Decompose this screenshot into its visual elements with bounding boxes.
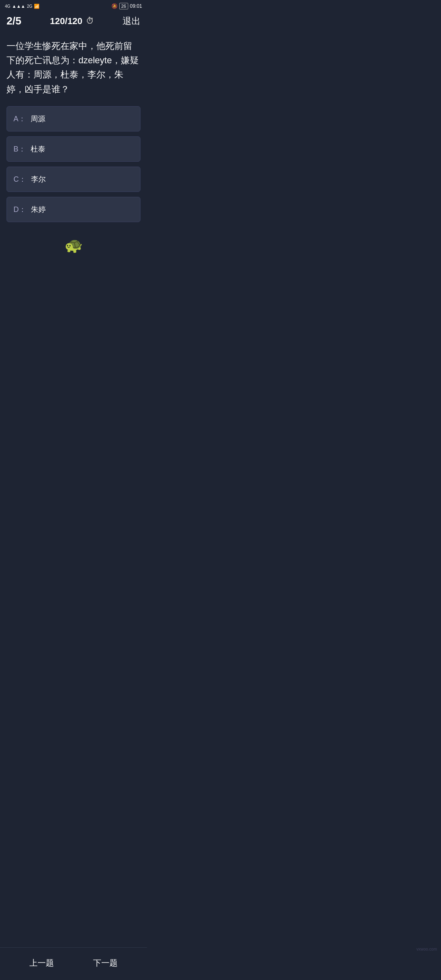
question-area: 一位学生惨死在家中，他死前留下的死亡讯息为：dzeleyte，嫌疑人有：周源，杜… (0, 32, 147, 230)
option-B-label: B： (13, 144, 26, 154)
option-D-item[interactable]: D：朱婷 (7, 197, 140, 222)
option-D-text: 朱婷 (31, 205, 46, 214)
score-area: 120/120 ⏱ (50, 16, 94, 27)
option-C-item[interactable]: C：李尔 (7, 167, 140, 192)
question-progress: 2/5 (7, 15, 21, 27)
option-A-item[interactable]: A：周源 (7, 106, 140, 131)
wifi-icon: 📶 (34, 4, 40, 9)
option-B-text: 杜泰 (31, 144, 45, 154)
signal-4g-icon: 4G (5, 4, 10, 9)
question-text: 一位学生惨死在家中，他死前留下的死亡讯息为：dzeleyte，嫌疑人有：周源，杜… (7, 39, 140, 96)
option-C-label: C： (13, 174, 26, 184)
status-bar: 4G ▲▲▲ 2G 📶 🔕 26 09:01 (0, 0, 147, 11)
notification-bell-icon: 🔕 (111, 3, 118, 9)
options-area: A：周源B：杜泰C：李尔D：朱婷 (7, 106, 140, 222)
option-A-text: 周源 (31, 114, 45, 124)
option-D-label: D： (13, 205, 26, 214)
score-display: 120/120 (50, 16, 82, 27)
time-display: 09:01 (130, 3, 142, 9)
signal-2g-icon: 2G (27, 4, 32, 9)
battery-indicator: 26 (119, 3, 128, 9)
status-right-area: 🔕 26 09:01 (111, 3, 142, 9)
option-B-item[interactable]: B：杜泰 (7, 136, 140, 162)
duck-emoji-icon: 🐢 (65, 237, 83, 254)
signal-bars-icon: ▲▲▲ (12, 4, 25, 9)
clock-icon: ⏱ (86, 16, 94, 26)
status-left-icons: 4G ▲▲▲ 2G 📶 (5, 4, 40, 9)
option-A-label: A： (13, 114, 26, 124)
option-C-text: 李尔 (31, 174, 46, 184)
duck-decoration: 🐢 (0, 230, 147, 257)
exit-button[interactable]: 退出 (122, 15, 140, 27)
top-bar: 2/5 120/120 ⏱ 退出 (0, 11, 147, 32)
